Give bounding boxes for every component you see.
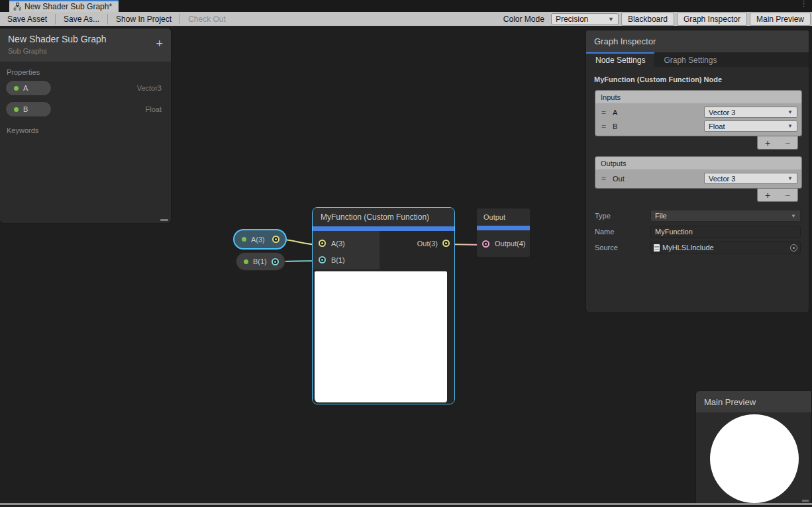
graph-inspector-toggle-button[interactable]: Graph Inspector: [677, 13, 747, 26]
inputs-list: Inputs = A Vector 3 ▼ = B Float ▼: [595, 90, 802, 136]
source-value: MyHLSLInclude: [662, 244, 714, 252]
blackboard-toggle-button[interactable]: Blackboard: [621, 13, 674, 26]
port-float-icon[interactable]: [272, 258, 279, 265]
remove-input-button[interactable]: −: [785, 138, 790, 148]
custom-function-fields: Type File ▼ Name MyFunction Source MyHLS…: [595, 210, 801, 254]
document-tab[interactable]: New Shader Sub Graph*: [9, 0, 119, 12]
source-object-field[interactable]: MyHLSLInclude: [650, 242, 801, 254]
input-type-value: Vector 3: [709, 109, 735, 116]
graph-canvas[interactable]: New Shader Sub Graph Sub Graphs + Proper…: [0, 26, 812, 505]
chevron-down-icon: ▼: [787, 123, 793, 129]
port-vector3-icon[interactable]: [319, 240, 326, 247]
chevron-down-icon: ▼: [791, 213, 796, 219]
tab-graph-settings[interactable]: Graph Settings: [654, 52, 726, 67]
property-type: Vector3: [137, 84, 162, 92]
add-input-button[interactable]: +: [765, 138, 770, 148]
source-label: Source: [595, 244, 650, 252]
add-output-button[interactable]: +: [765, 191, 770, 200]
graph-inspector-title[interactable]: Graph Inspector: [586, 30, 809, 52]
property-name: B: [23, 105, 28, 113]
property-type: Float: [146, 105, 162, 113]
property-node-b[interactable]: B(1): [236, 252, 285, 271]
port-vector3-icon[interactable]: [272, 236, 279, 243]
color-mode-value: Precision: [556, 15, 588, 24]
inspector-tabs: Node Settings Graph Settings: [586, 52, 809, 67]
property-pill-b[interactable]: B: [5, 101, 52, 117]
main-preview-toggle-button[interactable]: Main Preview: [750, 13, 811, 26]
output-port-label: Out(3): [417, 240, 438, 248]
port-float-icon[interactable]: [319, 256, 326, 263]
source-field-row: Source MyHLSLInclude: [595, 242, 801, 254]
chevron-down-icon: ▼: [608, 16, 614, 23]
toolbar-right-group: Color Mode Precision ▼ Blackboard Graph …: [499, 13, 812, 26]
drag-handle-icon[interactable]: =: [599, 108, 607, 117]
main-preview-title[interactable]: Main Preview: [696, 391, 811, 412]
input-type-dropdown[interactable]: Vector 3 ▼: [704, 107, 797, 118]
color-mode-dropdown[interactable]: Precision ▼: [551, 13, 619, 25]
output-port-out[interactable]: Out(3): [380, 235, 454, 252]
check-out-button: Check Out: [181, 12, 233, 26]
outputs-list-footer: + −: [595, 189, 798, 202]
name-value: MyFunction: [655, 228, 693, 236]
remove-output-button[interactable]: −: [785, 191, 790, 200]
custom-function-node[interactable]: MyFunction (Custom Function) A(3) B(1) O…: [312, 207, 455, 404]
overflow-menu-icon[interactable]: ⋮: [800, 1, 807, 6]
output-node-port[interactable]: Output(4): [477, 230, 530, 257]
chevron-down-icon: ▼: [787, 109, 793, 115]
blackboard-subtitle: Sub Graphs: [8, 47, 163, 55]
color-mode-label: Color Mode: [499, 15, 548, 24]
node-accent-bar: [313, 226, 454, 231]
node-preview-area: [313, 269, 454, 404]
shader-graph-toolbar: Save Asset Save As... Show In Project Ch…: [0, 12, 812, 26]
type-field-row: Type File ▼: [595, 210, 801, 222]
save-asset-button[interactable]: Save Asset: [0, 12, 54, 26]
main-preview-resize-handle[interactable]: [802, 500, 809, 502]
input-type-dropdown[interactable]: Float ▼: [704, 120, 797, 132]
outputs-list-header: Outputs: [595, 157, 801, 169]
input-port-label: B(1): [331, 256, 345, 264]
property-name: A: [23, 84, 28, 92]
save-as-button[interactable]: Save As...: [56, 12, 107, 26]
output-node[interactable]: Output Output(4): [477, 208, 530, 257]
node-title[interactable]: Output: [477, 208, 530, 226]
property-pill-a[interactable]: A: [5, 80, 52, 96]
add-property-button[interactable]: +: [156, 38, 163, 50]
name-label: Name: [595, 228, 650, 236]
name-input[interactable]: MyFunction: [650, 226, 801, 238]
tab-node-settings[interactable]: Node Settings: [586, 52, 654, 67]
property-node-label: B(1): [253, 257, 267, 265]
drag-handle-icon[interactable]: =: [599, 122, 607, 131]
exposed-dot-icon: [14, 86, 19, 91]
type-dropdown[interactable]: File ▼: [650, 210, 801, 222]
properties-section-label: Properties: [0, 62, 171, 77]
inputs-list-header: Inputs: [595, 91, 801, 103]
outputs-row-out[interactable]: = Out Vector 3 ▼: [598, 171, 799, 185]
inputs-row-b[interactable]: = B Float ▼: [598, 119, 799, 133]
exposed-dot-icon: [14, 107, 19, 112]
node-port-area: A(3) B(1) Out(3): [313, 231, 454, 269]
output-ports-column: Out(3): [380, 231, 454, 269]
input-port-a[interactable]: A(3): [313, 235, 380, 252]
preview-sphere[interactable]: [710, 414, 799, 503]
property-row-b[interactable]: B Float: [0, 99, 171, 120]
property-row-a[interactable]: A Vector3: [0, 77, 171, 99]
drag-handle-icon[interactable]: =: [599, 174, 607, 183]
blackboard-title: New Shader Sub Graph: [8, 34, 163, 44]
toolbar-separator: [107, 14, 108, 24]
port-vector4-icon[interactable]: [482, 240, 489, 248]
input-port-b[interactable]: B(1): [313, 252, 380, 268]
node-title[interactable]: MyFunction (Custom Function): [313, 208, 454, 226]
outputs-list-body: = Out Vector 3 ▼: [595, 169, 801, 188]
inputs-row-a[interactable]: = A Vector 3 ▼: [598, 105, 799, 119]
input-name: A: [613, 109, 699, 116]
output-type-dropdown[interactable]: Vector 3 ▼: [704, 173, 797, 184]
input-type-value: Float: [709, 122, 725, 130]
object-picker-icon[interactable]: [790, 244, 797, 252]
show-in-project-button[interactable]: Show In Project: [109, 12, 179, 26]
blackboard-resize-handle[interactable]: [160, 219, 168, 221]
input-ports-column: A(3) B(1): [313, 231, 380, 269]
property-node-a[interactable]: A(3): [233, 229, 287, 250]
exposed-dot-icon: [242, 237, 246, 242]
type-value: File: [655, 212, 667, 220]
port-vector3-icon[interactable]: [442, 240, 450, 247]
